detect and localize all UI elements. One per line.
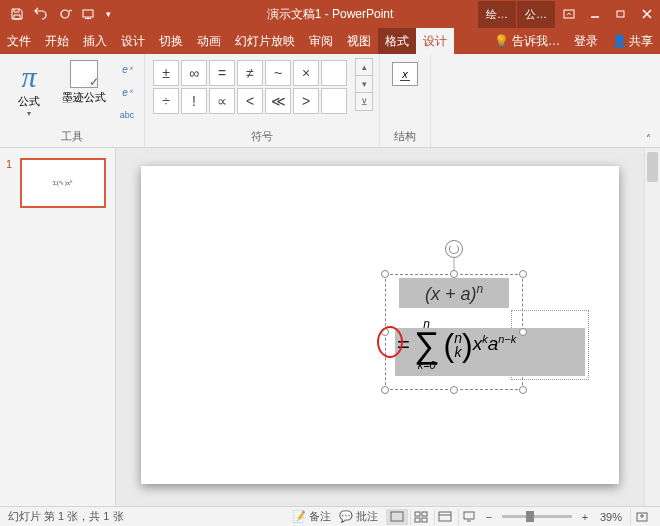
tab-transitions[interactable]: 切换 [152,28,190,54]
tab-review[interactable]: 审阅 [302,28,340,54]
window-title: 演示文稿1 - PowerPoint [267,6,394,23]
symbol-proportional[interactable]: ∝ [209,88,235,114]
normal-view-button[interactable] [386,509,408,525]
notes-button[interactable]: 📝 备注 [292,509,331,524]
redo-button[interactable] [54,3,76,25]
save-button[interactable] [6,3,28,25]
thumbnail-preview[interactable]: Σ(ⁿₖ)xᵏ [20,158,106,208]
tab-view[interactable]: 视图 [340,28,378,54]
symbol-divide[interactable]: ÷ [153,88,179,114]
contextual-tab-drawing[interactable]: 绘… [478,1,517,28]
symbol-times[interactable]: × [293,60,319,86]
binomial: ( n k ) [444,330,473,360]
symbol-scroll-down[interactable]: ▾ [356,76,372,93]
resize-handle-bl[interactable] [381,386,389,394]
eq-top: (x + a) [425,284,477,304]
share-label: 共享 [629,33,653,50]
ribbon-group-symbols: ± ∞ = ≠ ~ × ÷ ! ∝ < ≪ > ▴ ▾ ⊻ 符号 [145,54,380,147]
normal-text-button[interactable]: abc [116,104,138,126]
symbol-lessthan[interactable]: < [237,88,263,114]
symbol-more[interactable]: ⊻ [356,93,372,110]
zoom-slider-thumb[interactable] [526,511,534,522]
tab-animations[interactable]: 动画 [190,28,228,54]
signin-button[interactable]: 登录 [567,28,605,54]
tab-insert[interactable]: 插入 [76,28,114,54]
slide-counter[interactable]: 幻灯片 第 1 张，共 1 张 [8,509,124,524]
zoom-in-button[interactable]: + [578,511,592,523]
zoom-percent[interactable]: 39% [600,511,622,523]
equation-object[interactable]: (x + a)n = n ∑ k=0 ( [385,274,523,390]
window-controls [556,0,660,28]
resize-handle-tr[interactable] [519,270,527,278]
symbol-scroll-up[interactable]: ▴ [356,59,372,76]
slide-thumbnail-1[interactable]: 1 Σ(ⁿₖ)xᵏ [6,158,109,208]
symbol-empty2[interactable] [321,88,347,114]
reading-view-button[interactable] [434,509,456,525]
tell-me[interactable]: 💡告诉我… [487,28,567,54]
ink-equation-button[interactable]: 墨迹公式 [56,58,112,107]
group-label-structures: 结构 [386,128,424,145]
start-from-beginning-button[interactable] [78,3,100,25]
resize-handle-tm[interactable] [450,270,458,278]
undo-button[interactable] [30,3,52,25]
symbol-equals[interactable]: = [209,60,235,86]
zoom-slider[interactable] [502,515,572,518]
ribbon-display-options-button[interactable] [556,0,582,28]
symbol-infinity[interactable]: ∞ [181,60,207,86]
slideshow-view-button[interactable] [458,509,480,525]
sigma-symbol: ∑ [414,330,440,360]
fit-to-window-button[interactable] [630,509,652,525]
resize-handle-mr[interactable] [519,328,527,336]
svg-rect-10 [422,518,427,522]
equation-button[interactable]: π 公式 ▾ [6,58,52,120]
eq-tail: xkan−k [473,333,517,355]
svg-rect-8 [422,512,427,516]
qat-customize-button[interactable]: ▾ [102,3,114,25]
rotate-handle[interactable] [445,240,463,258]
title-bar: ▾ 演示文稿1 - PowerPoint 绘… 公… [0,0,660,28]
thumbnail-panel[interactable]: 1 Σ(ⁿₖ)xᵏ [0,148,116,506]
symbol-empty1[interactable] [321,60,347,86]
professional-button[interactable]: eˣ [116,58,138,80]
tab-format[interactable]: 格式 [378,28,416,54]
thumbnail-equation-preview: Σ(ⁿₖ)xᵏ [53,179,73,187]
vertical-scrollbar[interactable] [644,148,660,506]
restore-button[interactable] [608,0,634,28]
symbol-plusminus[interactable]: ± [153,60,179,86]
binom-bottom: k [455,345,462,359]
ink-equation-label: 墨迹公式 [62,90,106,105]
close-button[interactable] [634,0,660,28]
zoom-out-button[interactable]: − [482,511,496,523]
binom-top: n [454,331,462,345]
fraction-button[interactable]: x x/y [386,58,424,90]
fraction-icon: x [392,62,418,86]
scrollbar-thumb[interactable] [647,152,658,182]
document-title: 演示文稿1 - PowerPoint [267,6,394,23]
tell-me-label: 告诉我… [512,33,560,50]
symbol-muchless[interactable]: ≪ [265,88,291,114]
symbol-greaterthan[interactable]: > [293,88,319,114]
sorter-view-button[interactable] [410,509,432,525]
symbol-tilde[interactable]: ~ [265,60,291,86]
share-button[interactable]: 👤共享 [605,28,660,54]
minimize-button[interactable] [582,0,608,28]
symbol-factorial[interactable]: ! [181,88,207,114]
tab-slideshow[interactable]: 幻灯片放映 [228,28,302,54]
comments-button[interactable]: 💬 批注 [339,509,378,524]
ribbon-group-structures: x x/y 结构 [380,54,431,147]
tab-equation-design[interactable]: 设计 [416,28,454,54]
resize-handle-br[interactable] [519,386,527,394]
slide-canvas[interactable]: (x + a)n = n ∑ k=0 ( [141,166,619,484]
slide-editor[interactable]: (x + a)n = n ∑ k=0 ( [116,148,644,506]
contextual-tab-equation[interactable]: 公… [517,1,556,28]
resize-handle-bm[interactable] [450,386,458,394]
svg-rect-11 [439,512,451,521]
linear-button[interactable]: eˣ [116,81,138,103]
tab-file[interactable]: 文件 [0,28,38,54]
equation-segment-top: (x + a)n [399,278,509,308]
collapse-ribbon-button[interactable]: ˄ [640,131,656,145]
resize-handle-tl[interactable] [381,270,389,278]
symbol-notequal[interactable]: ≠ [237,60,263,86]
tab-home[interactable]: 开始 [38,28,76,54]
tab-design[interactable]: 设计 [114,28,152,54]
